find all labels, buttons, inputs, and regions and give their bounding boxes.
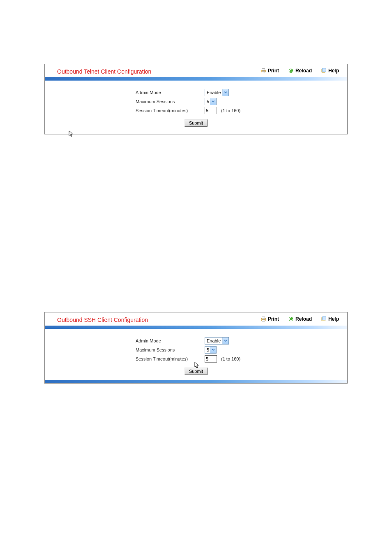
svg-rect-1 <box>262 69 265 70</box>
panel-header: Outbound Telnet Client Configuration Pri… <box>45 64 347 77</box>
panel-body: Admin Mode Enable Maximum Sessions <box>45 329 347 380</box>
admin-mode-row: Admin Mode Enable <box>45 88 347 97</box>
admin-mode-value: Enable <box>205 338 222 343</box>
submit-button[interactable]: Submit <box>184 119 208 127</box>
max-sessions-row: Maximum Sessions 5 <box>45 345 347 354</box>
session-timeout-row: Session Timeout(minutes) (1 to 160) <box>45 106 347 115</box>
toolbar: Print Reload Help <box>261 316 342 322</box>
admin-mode-value: Enable <box>205 90 222 95</box>
admin-mode-select[interactable]: Enable <box>205 337 229 345</box>
help-icon <box>321 316 327 322</box>
max-sessions-select[interactable]: 5 <box>205 346 217 354</box>
panel-header: Outbound SSH Client Configuration Print <box>45 312 347 326</box>
svg-rect-7 <box>262 317 265 319</box>
cursor-icon <box>194 362 200 370</box>
svg-rect-8 <box>262 320 265 321</box>
divider-bar <box>45 380 347 383</box>
max-sessions-label: Maximum Sessions <box>136 99 205 104</box>
session-timeout-input[interactable] <box>205 355 217 363</box>
help-label: Help <box>328 316 339 322</box>
help-button[interactable]: Help <box>321 316 339 322</box>
svg-rect-2 <box>262 72 265 73</box>
print-button[interactable]: Print <box>261 68 279 74</box>
reload-button[interactable]: Reload <box>288 68 312 74</box>
reload-label: Reload <box>295 68 312 74</box>
max-sessions-value: 5 <box>205 99 210 104</box>
help-button[interactable]: Help <box>321 68 339 74</box>
toolbar: Print Reload Help <box>261 68 342 74</box>
print-button[interactable]: Print <box>261 316 279 322</box>
reload-button[interactable]: Reload <box>288 316 312 322</box>
reload-icon <box>288 316 294 322</box>
admin-mode-row: Admin Mode Enable <box>45 336 347 345</box>
max-sessions-select[interactable]: 5 <box>205 98 217 105</box>
ssh-config-panel: Outbound SSH Client Configuration Print <box>44 312 348 384</box>
admin-mode-label: Admin Mode <box>136 338 205 343</box>
divider-bar <box>45 77 347 81</box>
session-timeout-hint: (1 to 160) <box>221 356 240 361</box>
print-icon <box>261 68 266 74</box>
admin-mode-select[interactable]: Enable <box>205 89 229 96</box>
print-icon <box>261 316 266 322</box>
chevron-down-icon <box>210 347 216 353</box>
session-timeout-label: Session Timeout(minutes) <box>136 108 205 113</box>
telnet-config-panel: Outbound Telnet Client Configuration Pri… <box>44 64 348 134</box>
reload-label: Reload <box>295 316 312 322</box>
session-timeout-label: Session Timeout(minutes) <box>136 356 205 361</box>
divider-bar <box>45 326 347 329</box>
page-title: Outbound Telnet Client Configuration <box>57 68 151 75</box>
svg-rect-5 <box>322 68 326 72</box>
help-label: Help <box>328 68 339 74</box>
print-label: Print <box>268 68 279 74</box>
admin-mode-label: Admin Mode <box>136 90 205 95</box>
session-timeout-hint: (1 to 160) <box>221 108 240 113</box>
max-sessions-row: Maximum Sessions 5 <box>45 97 347 106</box>
print-label: Print <box>268 316 279 322</box>
panel-body: Admin Mode Enable Maximum Sessions <box>45 81 347 134</box>
page-title: Outbound SSH Client Configuration <box>57 317 148 323</box>
max-sessions-value: 5 <box>205 347 210 352</box>
chevron-down-icon <box>210 98 216 105</box>
reload-icon <box>288 68 294 74</box>
session-timeout-input[interactable] <box>205 107 217 114</box>
help-icon <box>321 68 327 74</box>
chevron-down-icon <box>222 89 228 96</box>
max-sessions-label: Maximum Sessions <box>136 347 205 352</box>
svg-rect-11 <box>322 317 326 320</box>
chevron-down-icon <box>222 338 228 344</box>
